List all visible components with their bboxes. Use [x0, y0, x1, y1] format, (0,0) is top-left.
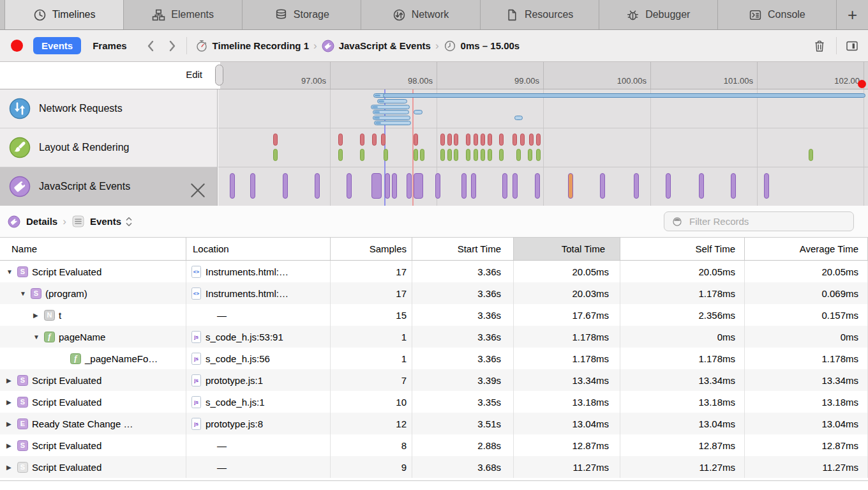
disclosure-triangle[interactable]: ▼ [20, 290, 31, 297]
network-request-bar[interactable] [371, 105, 410, 109]
disclosure-triangle[interactable]: ▶ [6, 464, 17, 471]
layout-event-pill-green[interactable] [488, 149, 492, 161]
disclosure-triangle[interactable]: ▶ [6, 420, 17, 427]
table-row[interactable]: ▶SScript Evaluatedjss_code_h.js:1103.35s… [0, 391, 868, 413]
chevron-right-icon[interactable] [168, 40, 177, 52]
script-event-pill[interactable] [414, 173, 423, 199]
layout-event-pill-green[interactable] [414, 149, 418, 161]
layout-event-pill-red[interactable] [454, 134, 458, 146]
layout-event-pill-red[interactable] [440, 134, 445, 146]
script-event-pill[interactable] [634, 173, 639, 199]
resize-handle[interactable] [215, 65, 223, 86]
layout-event-pill-green[interactable] [536, 149, 541, 161]
column-header-self-time[interactable]: Self Time [620, 238, 745, 260]
edit-button[interactable]: Edit [186, 69, 202, 80]
layout-event-pill-green[interactable] [809, 149, 813, 161]
details-breadcrumb-title[interactable]: Details [26, 216, 57, 227]
list-view-icon[interactable] [71, 215, 85, 228]
timeline-row-javascript-events[interactable]: JavaScript & Events [0, 167, 217, 206]
layout-event-pill-red[interactable] [360, 134, 364, 146]
script-event-pill[interactable] [535, 173, 540, 199]
table-row[interactable]: ▶SScript Evaluated—93.68s11.27ms11.27ms1… [0, 456, 868, 478]
layout-event-pill-red[interactable] [529, 134, 534, 146]
layout-event-pill-red[interactable] [513, 134, 517, 146]
trash-icon[interactable] [812, 39, 827, 53]
breadcrumb-item-javascript-events[interactable]: JavaScript & Events [322, 40, 431, 52]
column-header-total-time[interactable]: Total Time [514, 238, 620, 260]
layout-event-pill-red[interactable] [338, 134, 343, 146]
script-event-pill[interactable] [283, 173, 288, 199]
tab-elements[interactable]: Elements [123, 0, 243, 29]
network-request-bar[interactable] [373, 116, 410, 120]
layout-event-pill-red[interactable] [273, 134, 278, 146]
layout-event-pill-green[interactable] [447, 149, 452, 161]
tab-resources[interactable]: Resources [480, 0, 599, 29]
layout-event-pill-red[interactable] [536, 134, 541, 146]
script-event-pill[interactable] [435, 173, 440, 199]
table-row[interactable]: ▶SScript Evaluated—82.88s12.87ms12.87ms1… [0, 434, 868, 456]
layout-event-pill-green[interactable] [440, 149, 445, 161]
table-row[interactable]: ▼fpageNamejss_code_h.js:53:9113.36s1.178… [0, 326, 868, 348]
layout-event-pill-green[interactable] [516, 149, 521, 161]
layout-event-pill-green[interactable] [273, 149, 278, 161]
breadcrumb-item-timeline-recording[interactable]: Timeline Recording 1 [195, 40, 309, 52]
network-request-bar[interactable] [373, 110, 409, 114]
table-row[interactable]: ▶Nt—153.36s17.67ms2.356ms0.157ms [0, 304, 868, 326]
column-header-name[interactable]: Name [0, 238, 186, 260]
layout-event-pill-green[interactable] [466, 149, 470, 161]
table-row[interactable]: f_pageNameFo…jss_code_h.js:5613.36s1.178… [0, 348, 868, 369]
frames-mode-button[interactable]: Frames [93, 40, 126, 51]
filter-records-input[interactable] [688, 215, 844, 227]
tab-timelines[interactable]: Timelines [4, 0, 124, 29]
table-row[interactable]: ▶SScript Evaluatedjsprototype.js:173.39s… [0, 369, 868, 391]
layout-event-pill-red[interactable] [520, 134, 525, 146]
layout-event-pill-red[interactable] [447, 134, 452, 146]
timeline-row-layout-rendering[interactable]: Layout & Rendering [0, 128, 217, 167]
disclosure-triangle[interactable]: ▶ [33, 312, 44, 319]
script-event-pill[interactable] [471, 173, 476, 199]
script-event-pill[interactable] [731, 173, 736, 199]
table-row[interactable]: ▼SScript Evaluated<>Instruments.html:…17… [0, 261, 868, 282]
script-event-pill[interactable] [385, 173, 390, 199]
chevron-left-icon[interactable] [146, 40, 154, 52]
record-button[interactable] [11, 40, 23, 52]
script-event-pill[interactable] [513, 173, 518, 199]
tab-debugger[interactable]: Debugger [599, 0, 718, 29]
script-event-pill[interactable] [250, 173, 255, 199]
layout-event-pill-red[interactable] [499, 134, 504, 146]
layout-event-pill-red[interactable] [481, 134, 485, 146]
split-panel-icon[interactable] [845, 39, 859, 53]
script-event-pill[interactable] [461, 173, 467, 199]
script-event-pill[interactable] [600, 173, 605, 199]
column-header-average-time[interactable]: Average Time [745, 238, 868, 260]
layout-event-pill-green[interactable] [474, 149, 478, 161]
layout-event-pill-green[interactable] [420, 149, 424, 161]
script-event-pill[interactable] [502, 173, 507, 199]
disclosure-triangle[interactable]: ▶ [6, 377, 17, 384]
add-tab-button[interactable]: + [837, 0, 868, 29]
script-event-pill[interactable] [230, 173, 235, 199]
column-header-location[interactable]: Location [186, 238, 331, 260]
network-request-bar[interactable] [383, 93, 865, 98]
close-icon[interactable] [187, 180, 209, 201]
layout-event-pill-red[interactable] [466, 134, 470, 146]
breadcrumb-item-time-range[interactable]: 0ms – 15.00s [444, 40, 520, 52]
layout-event-pill-red[interactable] [474, 134, 478, 146]
layout-event-pill-green[interactable] [481, 149, 485, 161]
column-header-start-time[interactable]: Start Time [412, 238, 514, 260]
layout-event-pill-green[interactable] [499, 149, 504, 161]
table-row[interactable]: ▼S(program)<>Instruments.html:…173.36s20… [0, 282, 868, 304]
layout-event-pill-red[interactable] [372, 134, 377, 146]
layout-event-pill-red[interactable] [381, 134, 385, 146]
layout-event-pill-green[interactable] [360, 149, 364, 161]
layout-event-pill-green[interactable] [528, 149, 532, 161]
script-event-pill[interactable] [371, 173, 382, 199]
script-event-pill[interactable] [699, 173, 704, 199]
disclosure-triangle[interactable]: ▼ [6, 268, 17, 275]
disclosure-triangle[interactable]: ▶ [6, 442, 17, 449]
layout-event-pill-red[interactable] [414, 134, 418, 146]
table-row[interactable]: ▶EReady State Change …jsprototype.js:812… [0, 413, 868, 434]
script-event-pill[interactable] [568, 173, 573, 199]
layout-event-pill-green[interactable] [454, 149, 458, 161]
tab-console[interactable]: Console [717, 0, 837, 29]
